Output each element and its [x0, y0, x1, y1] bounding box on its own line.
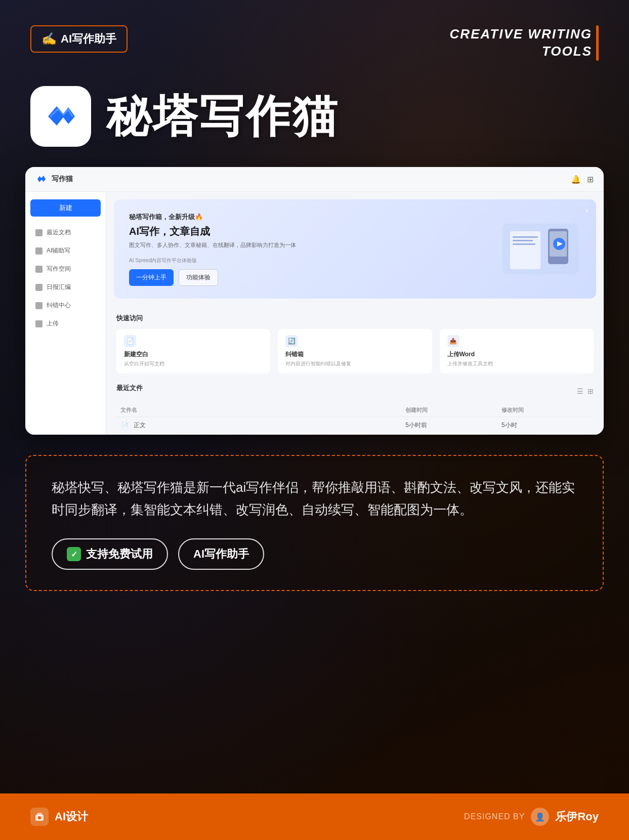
sidebar-item-workspace[interactable]: 写作空间 — [30, 261, 101, 277]
footer: AI设计 DESIGNED BY 👤 乐伊Roy — [0, 793, 629, 840]
file-icon-0: 📄 — [120, 421, 130, 430]
recent-title: 最近文件 — [116, 384, 143, 393]
sidebar-item-correct[interactable]: 纠错中心 — [30, 297, 101, 314]
ai-design-svg — [34, 812, 45, 822]
quick-card-0[interactable]: 📄 新建空白 从空白开始写文档 — [116, 329, 270, 373]
sidebar-item-label-upload: 上传 — [47, 319, 59, 328]
upgrade-text: 秘塔写作箱，全新升级🔥 — [129, 213, 203, 222]
btn-ai-writing[interactable]: AI写作助手 — [178, 538, 264, 570]
ai-design-label: AI设计 — [55, 809, 88, 824]
grid-icon[interactable]: ⊞ — [588, 387, 594, 395]
sidebar-item-upload[interactable]: 上传 — [30, 315, 101, 332]
file-empty-1 — [376, 434, 402, 435]
file-created-1: 5小时前 — [401, 434, 497, 435]
creative-writing-line2: TOOLS — [450, 43, 592, 60]
app-body: 新建 最近文档 AI辅助写 写作空间 — [25, 192, 604, 435]
btn-ai-label: AI写作助手 — [193, 547, 249, 562]
quick-access: 快速访问 📄 新建空白 从空白开始写文档 🔄 纠错箱 对内容进行智能纠错以及修复 — [106, 306, 604, 381]
card-desc-1: 对内容进行智能纠错以及修复 — [285, 360, 424, 367]
illus-group — [500, 221, 581, 277]
window-logo-text: 写作猫 — [52, 175, 73, 184]
sidebar-item-ai[interactable]: AI辅助写 — [30, 242, 101, 259]
card-icon-2: 📤 — [447, 335, 459, 347]
mockup-window: 写作猫 🔔 ⊞ 新建 最近文档 — [25, 167, 604, 435]
svg-rect-10 — [37, 813, 42, 816]
svg-rect-6 — [513, 243, 535, 245]
files-table-body: 📄 正文 5小时前 5小时 — [116, 416, 594, 435]
report-icon — [35, 284, 43, 291]
file-name-wrapper-0: 📄 正文 — [120, 421, 372, 430]
card-title-1: 纠错箱 — [285, 350, 424, 359]
creative-writing-line1: CREATIVE WRITING — [450, 26, 592, 43]
card-title-0: 新建空白 — [124, 350, 263, 359]
action-buttons: ✓ 支持免费试用 AI写作助手 — [52, 538, 577, 570]
quick-access-title: 快速访问 — [116, 314, 594, 323]
files-table: 文件名 创建时间 修改时间 📄 — [116, 404, 594, 435]
quick-card-1[interactable]: 🔄 纠错箱 对内容进行智能纠错以及修复 — [278, 329, 432, 373]
hero-text: 秘塔写作箱，全新升级🔥 AI写作，文章自成 图文写作、多人协作、文章秘籍、在线翻… — [129, 212, 296, 286]
col-modified: 修改时间 — [497, 404, 594, 417]
app-name: 秘塔写作猫 — [106, 94, 339, 139]
ai-design-icon — [30, 808, 49, 826]
check-icon: ✓ — [67, 547, 81, 561]
expand-icon[interactable]: ⊞ — [587, 175, 594, 184]
hero-hint: AI Spreed内容写作平台体验版 — [129, 257, 296, 264]
window-logo: 写作猫 — [35, 173, 73, 185]
table-row[interactable]: 📄 正文 5小时前 5小时 — [116, 416, 594, 434]
list-icon[interactable]: ☰ — [577, 387, 583, 395]
hero-actions: 一分钟上手 功能体验 — [129, 269, 296, 286]
mockup-container: 写作猫 🔔 ⊞ 新建 最近文档 — [25, 167, 604, 435]
card-desc-2: 上传并修改工具文档 — [447, 360, 586, 367]
app-title-section: 秘塔写作猫 — [0, 76, 629, 167]
recent-files: 最近文件 ☰ ⊞ 文件名 创建时间 — [106, 381, 604, 435]
window-titlebar: 写作猫 🔔 ⊞ — [25, 167, 604, 192]
app-main: 秘塔写作箱，全新升级🔥 AI写作，文章自成 图文写作、多人协作、文章秘籍、在线翻… — [106, 192, 604, 435]
sidebar-item-report[interactable]: 日报汇编 — [30, 279, 101, 296]
sidebar-item-label-recent: 最近文档 — [47, 228, 71, 237]
col-filename: 文件名 — [116, 404, 376, 417]
sidebar-item-label-workspace: 写作空间 — [47, 265, 71, 273]
col-empty — [376, 404, 402, 417]
window-controls: 🔔 ⊞ — [571, 175, 594, 184]
table-header-row: 文件名 创建时间 修改时间 — [116, 404, 594, 417]
svg-rect-5 — [513, 240, 533, 241]
svg-rect-4 — [513, 236, 538, 238]
creative-bar — [596, 25, 599, 61]
file-name-text-0: 正文 — [134, 421, 146, 430]
sidebar-new-doc-btn[interactable]: 新建 — [30, 199, 101, 217]
upgrade-badge: 秘塔写作箱，全新升级🔥 — [129, 213, 203, 222]
footer-left: AI设计 — [30, 808, 88, 826]
sidebar-item-label-report: 日报汇编 — [47, 283, 71, 291]
tag-badge[interactable]: ✍️ AI写作助手 — [30, 25, 128, 53]
upload-icon — [35, 320, 43, 327]
file-name-cell-0: 📄 正文 — [116, 416, 376, 434]
app-sidebar: 新建 最近文档 AI辅助写 写作空间 — [25, 192, 106, 435]
sidebar-item-recent[interactable]: 最近文档 — [30, 224, 101, 241]
app-logo-svg — [40, 96, 81, 137]
files-table-head: 文件名 创建时间 修改时间 — [116, 404, 594, 417]
btn-free-trial[interactable]: ✓ 支持免费试用 — [52, 538, 168, 570]
quick-card-2[interactable]: 📤 上传Word 上传并修改工具文档 — [440, 329, 594, 373]
svg-point-11 — [38, 816, 41, 819]
btn-free-label: 支持免费试用 — [86, 547, 153, 562]
recent-header: 最近文件 ☰ ⊞ — [116, 384, 594, 399]
file-created-0: 5小时前 — [401, 416, 497, 434]
btn-experience[interactable]: 功能体验 — [179, 269, 218, 286]
bell-icon[interactable]: 🔔 — [571, 175, 581, 184]
btn-start[interactable]: 一分钟上手 — [129, 269, 174, 286]
main-container: ✍️ AI写作助手 CREATIVE WRITING TOOLS 秘塔写作猫 — [0, 0, 629, 840]
file-modified-1: 5小时 — [497, 434, 594, 435]
tag-label: AI写作助手 — [61, 31, 116, 47]
header: ✍️ AI写作助手 CREATIVE WRITING TOOLS — [0, 0, 629, 76]
card-icon-1: 🔄 — [285, 335, 298, 347]
file-modified-0: 5小时 — [497, 416, 594, 434]
file-empty-0 — [376, 416, 402, 434]
file-name-cell-1: 📄 如何运营私域公域生态 — [116, 434, 376, 435]
footer-author: 乐伊Roy — [555, 809, 599, 824]
creative-writing-label: CREATIVE WRITING TOOLS — [450, 25, 599, 61]
card-desc-0: 从空白开始写文档 — [124, 360, 263, 367]
table-row[interactable]: 📄 如何运营私域公域生态 5小时前 5小时 — [116, 434, 594, 435]
sidebar-item-label-ai: AI辅助写 — [47, 246, 70, 255]
description-box: 秘塔快写、秘塔写作猫是新一代ai写作伴侣，帮你推敲用语、斟酌文法、改写文风，还能… — [25, 455, 604, 591]
ai-icon — [35, 247, 43, 255]
